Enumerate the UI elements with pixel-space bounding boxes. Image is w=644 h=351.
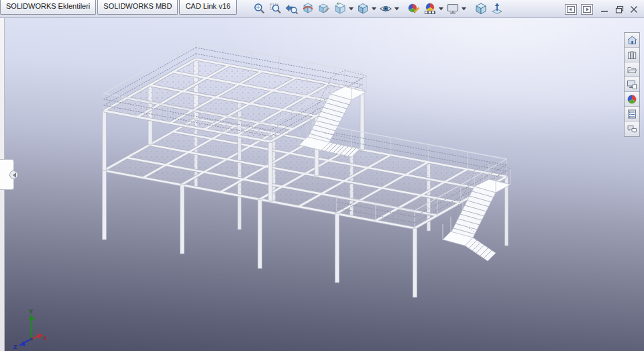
view-palette-button[interactable]	[625, 77, 639, 92]
normal-to-button[interactable]	[489, 1, 505, 17]
top-toolbar: SOLIDWORKS Eklentileri SOLIDWORKS MBD CA…	[0, 0, 644, 18]
books-icon	[627, 50, 637, 60]
display-style-icon	[356, 2, 370, 15]
apply-scene-icon	[423, 2, 437, 15]
eye-icon	[379, 2, 392, 15]
display-style-dropdown[interactable]	[371, 1, 378, 17]
edit-appearance-button[interactable]	[406, 1, 422, 17]
3d-drawing-view-icon	[317, 2, 331, 15]
zoom-to-fit-button[interactable]	[252, 1, 268, 17]
normal-to-icon	[490, 2, 504, 15]
apply-scene-dropdown[interactable]	[438, 1, 445, 17]
solidworks-forum-button[interactable]	[625, 121, 639, 136]
view-orientation-dropdown[interactable]	[348, 1, 355, 17]
solidworks-window: SOLIDWORKS Eklentileri SOLIDWORKS MBD CA…	[0, 0, 644, 351]
zoom-to-area-button[interactable]	[268, 1, 284, 17]
restore-icon	[615, 5, 624, 13]
isometric-view-button[interactable]	[473, 1, 489, 17]
hide-show-items-dropdown[interactable]	[394, 1, 400, 17]
3d-drawing-view-button[interactable]	[316, 1, 332, 17]
properties-list-icon	[627, 109, 637, 119]
featuremanager-flyout-tab[interactable]	[0, 159, 14, 190]
minimize-button[interactable]	[597, 2, 612, 17]
triad-y-label: Y	[29, 308, 33, 315]
view-settings-button[interactable]	[445, 1, 461, 17]
triad-x-label: X	[43, 335, 47, 342]
zoom-to-fit-icon	[253, 2, 266, 15]
monitor-icon	[446, 2, 460, 15]
orientation-triad: Y X Z	[7, 304, 55, 351]
view-orientation-icon	[333, 2, 347, 15]
view-palette-icon	[627, 79, 637, 90]
toggle-left-pane-button[interactable]	[565, 4, 577, 15]
tab-solidworks-eklentileri[interactable]: SOLIDWORKS Eklentileri	[0, 0, 96, 15]
appearances-scenes-button[interactable]	[625, 92, 639, 107]
heads-up-view-toolbar	[252, 0, 505, 18]
view-orientation-button[interactable]	[332, 1, 348, 17]
appearance-ball-icon	[627, 94, 637, 105]
previous-view-button[interactable]	[284, 1, 300, 17]
hide-show-items-button[interactable]	[378, 1, 394, 17]
close-button[interactable]	[627, 2, 641, 17]
file-explorer-button[interactable]	[625, 62, 639, 77]
home-icon	[627, 35, 638, 46]
custom-properties-button[interactable]	[625, 107, 639, 121]
previous-view-icon	[285, 2, 299, 15]
display-style-button[interactable]	[355, 1, 371, 17]
pane-right-icon	[583, 6, 591, 13]
window-controls	[565, 0, 641, 18]
pane-left-icon	[567, 6, 575, 13]
section-view-button[interactable]	[300, 1, 316, 17]
cube-icon	[474, 2, 488, 15]
design-library-button[interactable]	[625, 48, 639, 62]
edit-appearance-icon	[407, 2, 421, 15]
tab-cad-link-v16[interactable]: CAD Link v16	[179, 0, 236, 15]
restore-button[interactable]	[612, 2, 627, 17]
model-steel-structure	[0, 18, 644, 351]
solidworks-resources-button[interactable]	[625, 33, 639, 48]
apply-scene-button[interactable]	[422, 1, 438, 17]
zoom-to-area-icon	[269, 2, 282, 15]
task-pane	[624, 32, 640, 137]
minimize-icon	[600, 5, 608, 13]
toggle-right-pane-button[interactable]	[581, 4, 593, 15]
graphics-area[interactable]: Y X Z	[0, 18, 644, 351]
view-settings-dropdown[interactable]	[461, 1, 468, 17]
flyout-expand-icon[interactable]	[9, 170, 18, 179]
addin-tab-bar: SOLIDWORKS Eklentileri SOLIDWORKS MBD CA…	[0, 0, 237, 18]
folder-icon	[627, 64, 637, 75]
tab-solidworks-mbd[interactable]: SOLIDWORKS MBD	[97, 0, 178, 15]
mid-deck	[104, 119, 506, 228]
triad-z-label: Z	[13, 344, 17, 350]
forum-chat-icon	[627, 123, 637, 134]
section-view-icon	[301, 2, 315, 15]
close-icon	[630, 5, 638, 13]
